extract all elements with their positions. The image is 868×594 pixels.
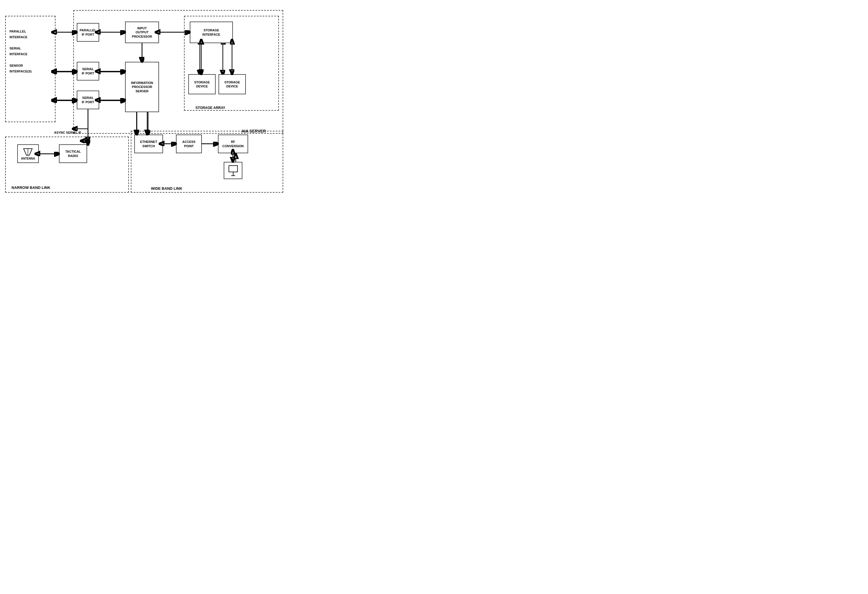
- ethernet-switch-box: ETHERNETSWITCH: [134, 134, 163, 153]
- wide-band-link-label: WIDE BAND LINK: [151, 186, 182, 191]
- parallel-if-port-box: PARALLELIF PORT: [77, 23, 99, 42]
- svg-rect-18: [229, 165, 238, 172]
- antenna-narrow-symbol: [22, 147, 34, 156]
- tactical-radio-box: TACTICALRADIO: [59, 144, 87, 163]
- antenna-wide-box: [224, 162, 242, 179]
- narrow-band-link-label: NARROW BAND LINK: [12, 185, 50, 190]
- serial-if-port-1-box: SERIALIF PORT: [77, 62, 99, 80]
- interfaces-label: PARALLELINTERFACESERIALINTERFACESENSORIN…: [7, 29, 52, 74]
- storage-interface-box: STORAGEINTERFACE: [190, 22, 233, 43]
- rf-conversion-box: RFCONVERSION: [218, 134, 248, 153]
- diagram: PARALLELINTERFACESERIALINTERFACESENSORIN…: [0, 0, 288, 197]
- input-output-processor-box: INPUTOUTPUTPROCESSOR: [125, 22, 159, 43]
- serial-if-port-2-box: SERIALIF PORT: [77, 90, 99, 109]
- access-point-box: ACCESSPOINT: [176, 134, 202, 153]
- storage-device-1-box: STORAGEDEVICE: [188, 74, 216, 94]
- information-processor-box: INFORMATIONPROCESSORSERVER: [125, 62, 159, 112]
- async-serial-if-label: ASYNC SERIAL IF: [54, 131, 81, 134]
- storage-device-2-box: STORAGEDEVICE: [218, 74, 246, 94]
- antenna-wide-symbol: [226, 164, 241, 177]
- antenna-narrow-box: ANTENNA: [17, 144, 39, 163]
- storage-array-label: STORAGE ARRAY: [195, 106, 226, 110]
